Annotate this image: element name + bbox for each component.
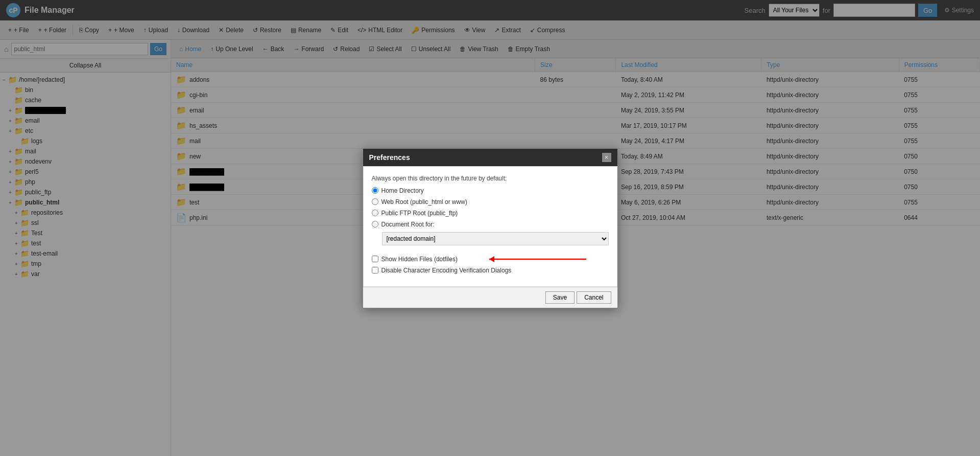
radio-home-dir: Home Directory — [372, 187, 609, 194]
modal-close-button[interactable]: × — [602, 153, 611, 162]
disable-encoding-label[interactable]: Disable Character Encoding Verification … — [381, 267, 512, 274]
radio-public-ftp-input[interactable] — [372, 210, 378, 216]
radio-web-root: Web Root (public_html or www) — [372, 198, 609, 206]
modal-title: Preferences — [369, 153, 410, 162]
show-hidden-checkbox[interactable] — [372, 256, 378, 262]
radio-web-root-label[interactable]: Web Root (public_html or www) — [381, 198, 468, 206]
doc-root-section: [redacted domain] — [382, 232, 609, 245]
doc-root-select[interactable]: [redacted domain] — [382, 232, 609, 245]
cancel-button[interactable]: Cancel — [577, 291, 611, 304]
svg-marker-1 — [489, 256, 494, 262]
radio-home-dir-input[interactable] — [372, 187, 378, 194]
radio-public-ftp: Public FTP Root (public_ftp) — [372, 210, 609, 217]
modal-section-label: Always open this directory in the future… — [372, 175, 609, 182]
show-hidden-row: Show Hidden Files (dotfiles) — [372, 256, 609, 263]
radio-web-root-input[interactable] — [372, 198, 378, 205]
save-button[interactable]: Save — [545, 291, 575, 304]
radio-doc-root-label[interactable]: Document Root for: — [381, 221, 435, 228]
show-hidden-label[interactable]: Show Hidden Files (dotfiles) — [381, 256, 458, 263]
radio-public-ftp-label[interactable]: Public FTP Root (public_ftp) — [381, 210, 458, 217]
radio-doc-root: Document Root for: — [372, 221, 609, 228]
disable-encoding-row: Disable Character Encoding Verification … — [372, 267, 609, 274]
red-arrow-indicator — [484, 252, 586, 267]
preferences-modal: Preferences × Always open this directory… — [363, 148, 618, 308]
disable-encoding-checkbox[interactable] — [372, 267, 378, 273]
modal-overlay: Preferences × Always open this directory… — [0, 0, 980, 456]
modal-header: Preferences × — [363, 149, 617, 166]
radio-doc-root-input[interactable] — [372, 221, 378, 227]
modal-footer: Save Cancel — [363, 287, 617, 308]
modal-body: Always open this directory in the future… — [363, 166, 617, 287]
radio-home-dir-label[interactable]: Home Directory — [381, 187, 424, 194]
